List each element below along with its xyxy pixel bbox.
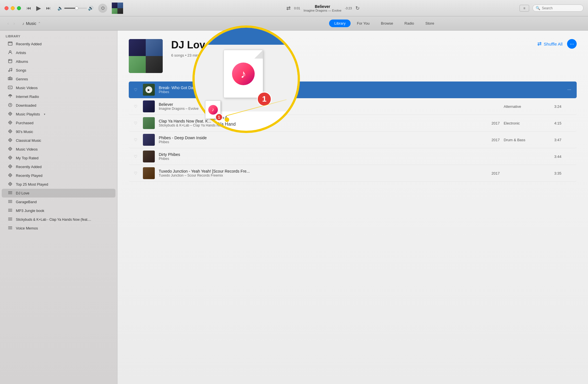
airplay-icon: ⬡ (101, 6, 104, 10)
track-thumbnail (143, 134, 155, 146)
sidebar-item-90s-music[interactable]: 90's Music (2, 127, 115, 136)
airplay-button[interactable]: ⬡ (98, 4, 107, 13)
track-year: 2017 (483, 138, 500, 142)
time-remaining: -3:23 (345, 7, 352, 10)
purchased-icon (7, 120, 13, 126)
tab-browse[interactable]: Browse (376, 20, 398, 27)
svg-point-25 (10, 148, 11, 149)
repeat-button[interactable]: ↻ (355, 5, 360, 11)
track-details: Break- Who Got Da Funk (Phibes Remix) Ph… (159, 85, 479, 94)
artist-info: DJ Love 6 songs • 23 minutes (171, 39, 529, 62)
track-name: Phibes - Deep Down Inside (159, 136, 479, 140)
music-playlists-header[interactable]: Music Playlists ▾ (2, 110, 115, 119)
svg-point-16 (9, 112, 12, 115)
fast-forward-button[interactable]: ⏭ (45, 5, 52, 12)
internet-radio-label: Internet Radio (16, 95, 39, 99)
heart-button[interactable]: ♡ (132, 138, 139, 142)
nav-forward-button[interactable]: › (12, 20, 16, 27)
table-row[interactable]: ♡ Believer Imagine Dragons – Evolve Alte… (129, 98, 577, 115)
sidebar-item-classical[interactable]: Classical Music (2, 136, 115, 145)
sidebar-item-artists[interactable]: Artists (2, 48, 115, 57)
track-artist: Phibes (159, 90, 479, 94)
heart-button[interactable]: ♡ (132, 121, 139, 125)
sidebar-item-purchased[interactable]: Purchased (2, 119, 115, 127)
track-more-button[interactable]: ··· (565, 87, 573, 92)
table-row[interactable]: ♡ Clap Ya Hands Now (feat. K... Stickybu… (129, 115, 577, 132)
sidebar-item-stickybuds[interactable]: Stickybuds & K+Lab - Clap Ya Hands Now (… (2, 215, 115, 224)
more-options-button[interactable]: ··· (567, 39, 577, 49)
shuffle-icon: ⇄ (537, 41, 542, 47)
heart-button[interactable]: ♡ (132, 171, 139, 175)
svg-rect-5 (8, 59, 12, 63)
svg-point-21 (10, 131, 11, 132)
90s-music-label: 90's Music (16, 130, 33, 134)
sidebar-item-genres[interactable]: Genres (2, 75, 115, 83)
track-name: Believer (159, 102, 479, 107)
sidebar-item-garageband[interactable]: GarageBand (2, 198, 115, 206)
heart-button[interactable]: ♡ (132, 87, 139, 92)
track-duration: 3:47 (547, 138, 561, 142)
artists-icon (7, 50, 13, 55)
table-row[interactable]: ♡ Tuxedo Junction - Yeah Yeah! [Scour Re… (129, 165, 577, 182)
minimize-button[interactable] (11, 6, 15, 10)
classical-icon (7, 138, 13, 143)
header-actions: ⇄ Shuffle All ··· (537, 39, 577, 49)
svg-point-9 (11, 70, 12, 71)
list-view-button[interactable]: ≡ (520, 5, 529, 12)
volume-slider[interactable]: 🔈 🔊 (57, 5, 94, 11)
tab-library[interactable]: Library (329, 20, 351, 27)
close-button[interactable] (5, 6, 8, 10)
sidebar-item-recently-added-pl[interactable]: Recently Added (2, 162, 115, 171)
table-row[interactable]: ♡ Phibes - Deep Down Inside Phibes 2017 … (129, 132, 577, 148)
fullscreen-button[interactable] (17, 6, 21, 10)
sidebar-item-dj-love[interactable]: DJ Love (2, 189, 115, 198)
tab-store[interactable]: Store (420, 20, 439, 27)
table-row[interactable]: ♡ ▶ Break- Who Got Da Funk (Phibes Remix… (129, 81, 577, 98)
play-button[interactable]: ▶ (35, 3, 42, 13)
sidebar-item-songs[interactable]: Songs (2, 66, 115, 75)
shuffle-button[interactable]: ⇄ (286, 5, 291, 11)
sidebar-item-albums[interactable]: Albums (2, 57, 115, 66)
tab-for-you[interactable]: For You (352, 20, 375, 27)
tab-radio[interactable]: Radio (399, 20, 419, 27)
sidebar-item-top25[interactable]: Top 25 Most Played (2, 180, 115, 189)
search-box[interactable]: 🔍 (533, 5, 583, 12)
recently-played-label: Recently Played (16, 173, 42, 178)
stickybuds-label: Stickybuds & K+Lab - Clap Ya Hands Now (… (16, 218, 91, 222)
svg-rect-0 (8, 42, 12, 45)
top-rated-label: My Top Rated (16, 156, 38, 160)
sidebar-item-voice-memos[interactable]: Voice Memos (2, 224, 115, 233)
rewind-button[interactable]: ⏮ (25, 5, 32, 12)
sidebar-item-downloaded[interactable]: Downloaded (2, 101, 115, 110)
track-genre: Electronic (504, 121, 543, 125)
svg-point-4 (9, 51, 11, 52)
table-row[interactable]: ♡ Dirty Phibes Phibes 3:44 (129, 148, 577, 165)
svg-point-26 (9, 156, 12, 159)
sidebar-item-top-rated[interactable]: My Top Rated (2, 154, 115, 162)
sidebar-item-mp3-jungle[interactable]: MP3 Jungle book (2, 206, 115, 215)
songs-label: Songs (16, 68, 26, 72)
sidebar-item-music-videos-pl[interactable]: Music Videos (2, 145, 115, 154)
search-input[interactable] (542, 6, 580, 10)
shuffle-all-button[interactable]: ⇄ Shuffle All (537, 41, 563, 47)
sidebar-item-music-videos[interactable]: Music Videos (2, 83, 115, 92)
track-subtitle: Imagine Dragons — Evolve (304, 9, 342, 12)
recently-added-label: Recently Added (16, 42, 42, 46)
nav-back-button[interactable]: ‹ (6, 20, 10, 27)
svg-point-33 (10, 183, 11, 185)
heart-button[interactable]: ♡ (132, 104, 139, 109)
sidebar-item-internet-radio[interactable]: Internet Radio (2, 92, 115, 101)
music-section-nav[interactable]: ♪ Music ⌃ (22, 21, 41, 26)
main-content: Library Recently Added Artists Albums So… (0, 31, 588, 384)
sidebar-item-recently-played[interactable]: Recently Played (2, 171, 115, 180)
titlebar: ⏮ ▶ ⏭ 🔈 🔊 ⬡ ⇄ 0:01 Believer Imagine Drag… (0, 0, 588, 16)
recently-added-pl-icon (7, 164, 13, 170)
heart-button[interactable]: ♡ (132, 154, 139, 159)
track-artist: Stickybuds & K+Lab – Clap Ya Hands Now (… (159, 123, 479, 127)
sidebar-item-recently-added[interactable]: Recently Added (2, 40, 115, 48)
recently-added-icon (7, 41, 13, 47)
downloaded-icon (7, 103, 13, 108)
mp3-jungle-label: MP3 Jungle book (16, 209, 44, 213)
now-playing-info: ⇄ 0:01 Believer Imagine Dragons — Evolve… (126, 4, 520, 12)
voice-memos-label: Voice Memos (16, 226, 38, 230)
